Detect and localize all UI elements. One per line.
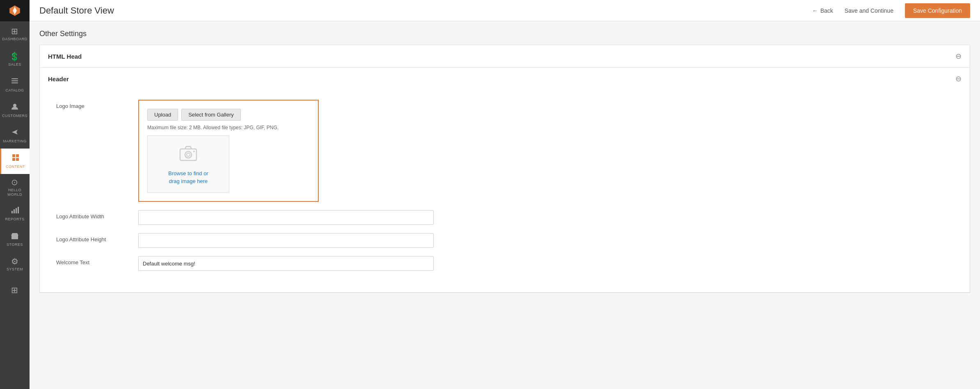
customers-icon bbox=[11, 103, 19, 112]
sidebar-item-hello-world[interactable]: ⊙ HELLO WORLD bbox=[0, 174, 30, 201]
svg-rect-11 bbox=[18, 207, 19, 213]
logo-height-input[interactable] bbox=[138, 233, 434, 248]
logo-height-row: Logo Attribute Height bbox=[56, 233, 953, 248]
sidebar-label-marketing: MARKETING bbox=[3, 139, 27, 144]
svg-rect-13 bbox=[14, 237, 16, 239]
header-panel-header[interactable]: Header ⊖ bbox=[40, 68, 970, 90]
select-from-gallery-button[interactable]: Select from Gallery bbox=[181, 109, 241, 121]
sidebar-label-sales: SALES bbox=[8, 62, 21, 67]
back-label: Back bbox=[820, 7, 833, 14]
more-icon: ⊞ bbox=[11, 286, 18, 294]
logo-image-label: Logo Image bbox=[56, 100, 138, 109]
catalog-icon bbox=[11, 77, 19, 87]
sidebar-label-reports: REPORTS bbox=[5, 217, 25, 222]
image-drop-zone[interactable]: Browse to find ordrag image here bbox=[147, 135, 229, 193]
html-head-section: HTML Head ⊖ bbox=[40, 45, 970, 68]
svg-rect-7 bbox=[16, 158, 19, 161]
header-toggle-icon: ⊖ bbox=[955, 74, 962, 83]
sidebar-item-catalog[interactable]: CATALOG bbox=[0, 72, 30, 98]
sidebar-label-customers: CUSTOMERS bbox=[2, 114, 27, 118]
back-button[interactable]: ← Back bbox=[812, 7, 833, 14]
sidebar-item-more[interactable]: ⊞ bbox=[0, 277, 30, 303]
content-icon bbox=[11, 153, 20, 163]
sidebar-item-dashboard[interactable]: ⊞ DASHBOARD bbox=[0, 21, 30, 47]
header-actions: ← Back Save and Continue Save Configurat… bbox=[812, 3, 970, 18]
upload-hint: Maximum file size: 2 MB. Allowed file ty… bbox=[147, 125, 310, 130]
browse-link[interactable]: Browse to find ordrag image here bbox=[168, 170, 208, 185]
logo-height-control bbox=[138, 233, 953, 248]
sidebar-label-dashboard: DASHBOARD bbox=[2, 37, 27, 41]
svg-point-17 bbox=[193, 151, 195, 152]
svg-rect-5 bbox=[16, 154, 19, 157]
svg-rect-9 bbox=[14, 209, 15, 213]
sidebar: ⊞ DASHBOARD 💲 SALES CATALOG CUSTOMERS MA… bbox=[0, 0, 30, 389]
svg-point-3 bbox=[13, 104, 16, 107]
sidebar-item-content[interactable]: CONTENT bbox=[0, 149, 30, 174]
camera-icon bbox=[178, 143, 198, 167]
html-head-title: HTML Head bbox=[48, 53, 82, 60]
dashboard-icon: ⊞ bbox=[11, 27, 18, 35]
svg-rect-10 bbox=[16, 208, 17, 213]
svg-rect-2 bbox=[11, 82, 18, 83]
welcome-text-input[interactable] bbox=[138, 256, 434, 271]
sidebar-label-system: SYSTEM bbox=[7, 267, 23, 272]
marketing-icon bbox=[11, 128, 19, 137]
svg-point-16 bbox=[187, 153, 190, 156]
header-panel-body: Logo Image Upload Select from Gallery Ma… bbox=[40, 90, 970, 292]
logo-image-control: Upload Select from Gallery Maximum file … bbox=[138, 100, 953, 202]
logo-upload-box: Upload Select from Gallery Maximum file … bbox=[138, 100, 319, 202]
sidebar-label-hello-world: HELLO WORLD bbox=[2, 188, 28, 197]
sales-icon: 💲 bbox=[9, 53, 20, 61]
section-title: Other Settings bbox=[39, 30, 970, 38]
header-panel-title: Header bbox=[48, 76, 69, 82]
svg-rect-8 bbox=[11, 211, 13, 213]
top-header: Default Store View ← Back Save and Conti… bbox=[30, 0, 980, 21]
svg-point-15 bbox=[185, 151, 192, 158]
sidebar-label-content: CONTENT bbox=[6, 165, 25, 169]
logo-height-label: Logo Attribute Height bbox=[56, 233, 138, 243]
svg-rect-1 bbox=[11, 80, 18, 81]
hello-world-icon: ⊙ bbox=[11, 178, 18, 186]
sidebar-label-stores: STORES bbox=[7, 243, 23, 247]
svg-rect-4 bbox=[12, 154, 15, 157]
svg-rect-0 bbox=[11, 78, 18, 79]
logo-width-row: Logo Attribute Width bbox=[56, 210, 953, 225]
sidebar-item-stores[interactable]: STORES bbox=[0, 227, 30, 252]
svg-rect-6 bbox=[12, 158, 15, 161]
settings-panel: HTML Head ⊖ Header ⊖ Logo Image bbox=[39, 45, 970, 293]
page-title: Default Store View bbox=[39, 5, 114, 16]
logo-width-input[interactable] bbox=[138, 210, 434, 225]
sidebar-label-catalog: CATALOG bbox=[5, 88, 24, 93]
save-continue-button[interactable]: Save and Continue bbox=[840, 4, 898, 17]
html-head-toggle-icon: ⊖ bbox=[955, 52, 962, 61]
system-icon: ⚙ bbox=[11, 257, 19, 265]
logo-width-control bbox=[138, 210, 953, 225]
logo-width-label: Logo Attribute Width bbox=[56, 210, 138, 220]
welcome-text-row: Welcome Text bbox=[56, 256, 953, 271]
sidebar-item-marketing[interactable]: MARKETING bbox=[0, 123, 30, 149]
stores-icon bbox=[11, 231, 19, 241]
welcome-text-label: Welcome Text bbox=[56, 256, 138, 265]
content-area: Other Settings HTML Head ⊖ Header ⊖ bbox=[30, 21, 980, 389]
welcome-text-control bbox=[138, 256, 953, 271]
logo-image-row: Logo Image Upload Select from Gallery Ma… bbox=[56, 100, 953, 202]
main-container: Default Store View ← Back Save and Conti… bbox=[30, 0, 980, 389]
sidebar-item-customers[interactable]: CUSTOMERS bbox=[0, 98, 30, 123]
sidebar-logo bbox=[0, 0, 30, 21]
upload-button[interactable]: Upload bbox=[147, 109, 178, 121]
sidebar-item-sales[interactable]: 💲 SALES bbox=[0, 47, 30, 72]
sidebar-item-reports[interactable]: REPORTS bbox=[0, 201, 30, 227]
header-section: Header ⊖ Logo Image Upload Select from G… bbox=[40, 68, 970, 293]
sidebar-item-system[interactable]: ⚙ SYSTEM bbox=[0, 252, 30, 277]
upload-buttons: Upload Select from Gallery bbox=[147, 109, 310, 121]
back-arrow-icon: ← bbox=[812, 7, 818, 14]
html-head-header[interactable]: HTML Head ⊖ bbox=[40, 45, 970, 67]
reports-icon bbox=[11, 206, 19, 215]
save-configuration-button[interactable]: Save Configuration bbox=[905, 3, 970, 18]
